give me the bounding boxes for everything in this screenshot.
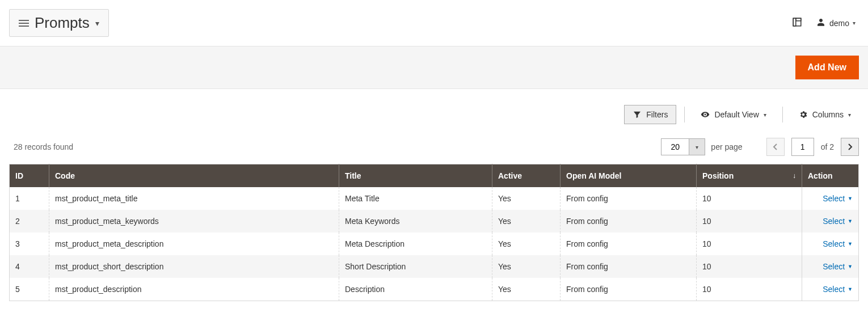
table-row[interactable]: 3mst_product_meta_descriptionMeta Descri…	[10, 233, 859, 255]
cell-model: From config	[561, 233, 697, 255]
chevron-down-icon: ▾	[848, 112, 851, 118]
sort-arrow-icon: ↓	[793, 172, 796, 180]
grid-wrap: ID Code Title Active Open AI Model Posit…	[0, 164, 868, 301]
cell-position: 10	[697, 233, 802, 255]
cell-id: 2	[10, 210, 49, 233]
cell-title: Description	[339, 278, 492, 301]
cell-id: 5	[10, 278, 49, 301]
columns-button[interactable]: Columns ▾	[791, 105, 859, 124]
chevron-down-icon[interactable]: ▾	[689, 139, 705, 155]
svg-rect-0	[793, 18, 801, 26]
chevron-right-icon	[847, 143, 853, 150]
next-page-button[interactable]	[841, 138, 859, 156]
page-title-dropdown[interactable]: Prompts ▾	[9, 9, 109, 37]
gear-icon	[799, 110, 808, 119]
cell-active: Yes	[492, 210, 561, 233]
col-header-position[interactable]: Position ↓	[697, 164, 802, 188]
cell-position: 10	[697, 187, 802, 210]
table-row[interactable]: 5mst_product_descriptionDescriptionYesFr…	[10, 278, 859, 301]
filters-label: Filters	[646, 110, 668, 119]
chevron-down-icon: ▼	[848, 264, 853, 269]
chevron-down-icon: ▾	[764, 112, 766, 118]
select-action[interactable]: Select ▼	[823, 262, 853, 271]
page-size-dropdown[interactable]: ▾	[661, 138, 705, 155]
cell-active: Yes	[492, 278, 561, 301]
funnel-icon	[633, 110, 642, 119]
cell-title: Short Description	[339, 255, 492, 278]
col-header-action: Action	[802, 164, 859, 188]
table-row[interactable]: 1mst_product_meta_titleMeta TitleYesFrom…	[10, 187, 859, 210]
chevron-left-icon	[773, 143, 778, 150]
data-grid: ID Code Title Active Open AI Model Posit…	[9, 164, 859, 301]
cell-code: mst_product_short_description	[49, 255, 339, 278]
cell-action: Select ▼	[802, 255, 859, 278]
grid-toolbar: Filters Default View ▾ Columns ▾	[0, 89, 868, 124]
page-total: of 2	[821, 142, 834, 151]
select-action[interactable]: Select ▼	[823, 217, 853, 226]
layout-icon[interactable]	[792, 17, 802, 29]
eye-icon	[701, 110, 710, 119]
user-icon	[816, 17, 826, 29]
col-header-active[interactable]: Active	[492, 164, 561, 188]
chevron-down-icon: ▼	[848, 286, 853, 292]
cell-id: 4	[10, 255, 49, 278]
cell-title: Meta Description	[339, 233, 492, 255]
divider	[782, 107, 783, 122]
table-row[interactable]: 4mst_product_short_descriptionShort Desc…	[10, 255, 859, 278]
columns-label: Columns	[812, 110, 844, 119]
cell-id: 3	[10, 233, 49, 255]
select-action[interactable]: Select ▼	[823, 285, 853, 294]
chevron-down-icon: ▾	[853, 20, 856, 26]
cell-position: 10	[697, 255, 802, 278]
col-header-title[interactable]: Title	[339, 164, 492, 188]
select-action[interactable]: Select ▼	[823, 194, 853, 203]
cell-id: 1	[10, 187, 49, 210]
prev-page-button[interactable]	[766, 138, 785, 156]
cell-code: mst_product_meta_title	[49, 187, 339, 210]
header-row: ID Code Title Active Open AI Model Posit…	[10, 164, 859, 188]
records-count: 28 records found	[14, 142, 73, 151]
col-header-code[interactable]: Code	[49, 164, 339, 188]
select-action[interactable]: Select ▼	[823, 239, 853, 248]
cell-active: Yes	[492, 187, 561, 210]
chevron-down-icon: ▼	[848, 196, 853, 201]
cell-model: From config	[561, 210, 697, 233]
cell-action: Select ▼	[802, 210, 859, 233]
page-title: Prompts	[35, 14, 90, 32]
user-menu[interactable]: demo ▾	[816, 17, 856, 29]
default-view-button[interactable]: Default View ▾	[693, 105, 774, 124]
user-name: demo	[829, 19, 849, 28]
chevron-down-icon: ▼	[848, 218, 853, 224]
hamburger-icon	[19, 20, 29, 27]
divider	[684, 107, 685, 122]
current-page-input[interactable]	[791, 138, 814, 156]
cell-position: 10	[697, 278, 802, 301]
cell-action: Select ▼	[802, 187, 859, 210]
cell-code: mst_product_description	[49, 278, 339, 301]
page-size-input[interactable]	[661, 139, 689, 155]
col-header-id[interactable]: ID	[10, 164, 49, 188]
svg-point-3	[705, 114, 706, 116]
add-new-button[interactable]: Add New	[795, 56, 859, 79]
col-header-model[interactable]: Open AI Model	[561, 164, 697, 188]
header-right: demo ▾	[792, 17, 856, 29]
cell-title: Meta Keywords	[339, 210, 492, 233]
cell-active: Yes	[492, 255, 561, 278]
page-header: Prompts ▾ demo ▾	[0, 0, 868, 46]
chevron-down-icon: ▼	[848, 241, 853, 247]
filters-button[interactable]: Filters	[624, 105, 676, 124]
cell-position: 10	[697, 210, 802, 233]
svg-rect-2	[796, 18, 801, 21]
default-view-label: Default View	[714, 110, 759, 119]
chevron-down-icon: ▾	[95, 19, 99, 28]
cell-model: From config	[561, 187, 697, 210]
cell-action: Select ▼	[802, 233, 859, 255]
cell-title: Meta Title	[339, 187, 492, 210]
cell-code: mst_product_meta_keywords	[49, 210, 339, 233]
cell-active: Yes	[492, 233, 561, 255]
pager-group: ▾ per page of 2	[661, 138, 859, 156]
records-row: 28 records found ▾ per page of 2	[0, 124, 868, 164]
cell-action: Select ▼	[802, 278, 859, 301]
cell-code: mst_product_meta_description	[49, 233, 339, 255]
table-row[interactable]: 2mst_product_meta_keywordsMeta KeywordsY…	[10, 210, 859, 233]
